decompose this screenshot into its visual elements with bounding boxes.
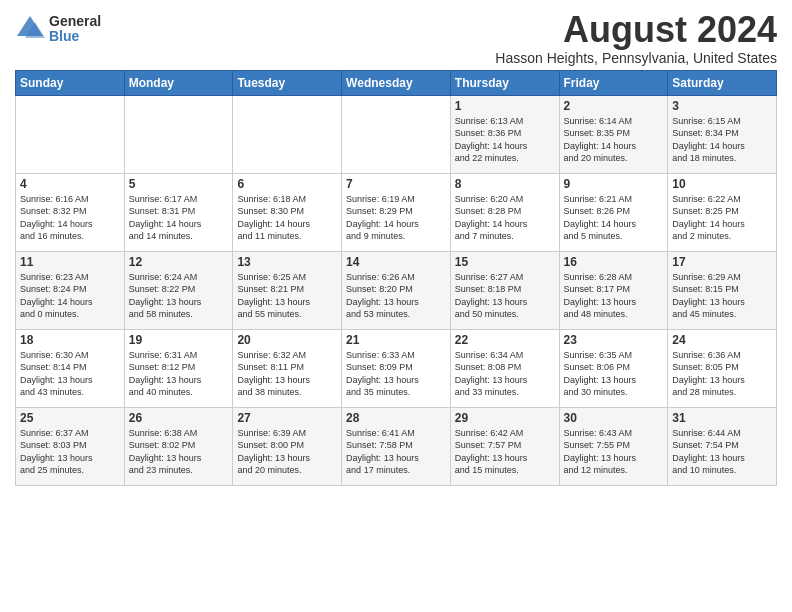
calendar-cell <box>342 95 451 173</box>
calendar-cell: 19Sunrise: 6:31 AM Sunset: 8:12 PM Dayli… <box>124 329 233 407</box>
day-number: 23 <box>564 333 664 347</box>
calendar-cell: 30Sunrise: 6:43 AM Sunset: 7:55 PM Dayli… <box>559 407 668 485</box>
day-number: 6 <box>237 177 337 191</box>
day-info: Sunrise: 6:16 AM Sunset: 8:32 PM Dayligh… <box>20 193 120 243</box>
day-info: Sunrise: 6:44 AM Sunset: 7:54 PM Dayligh… <box>672 427 772 477</box>
calendar-cell: 5Sunrise: 6:17 AM Sunset: 8:31 PM Daylig… <box>124 173 233 251</box>
calendar-cell: 26Sunrise: 6:38 AM Sunset: 8:02 PM Dayli… <box>124 407 233 485</box>
day-number: 1 <box>455 99 555 113</box>
calendar-header: Sunday Monday Tuesday Wednesday Thursday… <box>16 70 777 95</box>
day-number: 19 <box>129 333 229 347</box>
calendar-cell: 15Sunrise: 6:27 AM Sunset: 8:18 PM Dayli… <box>450 251 559 329</box>
day-number: 30 <box>564 411 664 425</box>
calendar-week-3: 11Sunrise: 6:23 AM Sunset: 8:24 PM Dayli… <box>16 251 777 329</box>
day-number: 5 <box>129 177 229 191</box>
calendar-cell: 8Sunrise: 6:20 AM Sunset: 8:28 PM Daylig… <box>450 173 559 251</box>
col-saturday: Saturday <box>668 70 777 95</box>
day-number: 20 <box>237 333 337 347</box>
day-number: 27 <box>237 411 337 425</box>
calendar-cell: 18Sunrise: 6:30 AM Sunset: 8:14 PM Dayli… <box>16 329 125 407</box>
calendar-cell: 27Sunrise: 6:39 AM Sunset: 8:00 PM Dayli… <box>233 407 342 485</box>
day-info: Sunrise: 6:23 AM Sunset: 8:24 PM Dayligh… <box>20 271 120 321</box>
col-wednesday: Wednesday <box>342 70 451 95</box>
day-info: Sunrise: 6:39 AM Sunset: 8:00 PM Dayligh… <box>237 427 337 477</box>
calendar-cell <box>233 95 342 173</box>
day-number: 3 <box>672 99 772 113</box>
day-number: 22 <box>455 333 555 347</box>
day-number: 14 <box>346 255 446 269</box>
calendar-cell: 17Sunrise: 6:29 AM Sunset: 8:15 PM Dayli… <box>668 251 777 329</box>
day-info: Sunrise: 6:28 AM Sunset: 8:17 PM Dayligh… <box>564 271 664 321</box>
day-info: Sunrise: 6:37 AM Sunset: 8:03 PM Dayligh… <box>20 427 120 477</box>
subtitle: Hasson Heights, Pennsylvania, United Sta… <box>495 50 777 66</box>
calendar-cell: 25Sunrise: 6:37 AM Sunset: 8:03 PM Dayli… <box>16 407 125 485</box>
calendar-cell: 2Sunrise: 6:14 AM Sunset: 8:35 PM Daylig… <box>559 95 668 173</box>
calendar-body: 1Sunrise: 6:13 AM Sunset: 8:36 PM Daylig… <box>16 95 777 485</box>
logo-blue-text: Blue <box>49 29 101 44</box>
day-number: 12 <box>129 255 229 269</box>
day-info: Sunrise: 6:27 AM Sunset: 8:18 PM Dayligh… <box>455 271 555 321</box>
calendar-container: General Blue August 2024 Hasson Heights,… <box>0 0 792 491</box>
day-number: 29 <box>455 411 555 425</box>
calendar-cell: 23Sunrise: 6:35 AM Sunset: 8:06 PM Dayli… <box>559 329 668 407</box>
calendar-cell: 22Sunrise: 6:34 AM Sunset: 8:08 PM Dayli… <box>450 329 559 407</box>
logo-text: General Blue <box>49 14 101 45</box>
day-number: 26 <box>129 411 229 425</box>
day-number: 2 <box>564 99 664 113</box>
calendar-cell: 7Sunrise: 6:19 AM Sunset: 8:29 PM Daylig… <box>342 173 451 251</box>
day-info: Sunrise: 6:25 AM Sunset: 8:21 PM Dayligh… <box>237 271 337 321</box>
day-info: Sunrise: 6:30 AM Sunset: 8:14 PM Dayligh… <box>20 349 120 399</box>
day-info: Sunrise: 6:33 AM Sunset: 8:09 PM Dayligh… <box>346 349 446 399</box>
day-info: Sunrise: 6:18 AM Sunset: 8:30 PM Dayligh… <box>237 193 337 243</box>
day-number: 11 <box>20 255 120 269</box>
day-info: Sunrise: 6:14 AM Sunset: 8:35 PM Dayligh… <box>564 115 664 165</box>
calendar-cell: 31Sunrise: 6:44 AM Sunset: 7:54 PM Dayli… <box>668 407 777 485</box>
day-info: Sunrise: 6:13 AM Sunset: 8:36 PM Dayligh… <box>455 115 555 165</box>
calendar-cell: 9Sunrise: 6:21 AM Sunset: 8:26 PM Daylig… <box>559 173 668 251</box>
calendar-cell: 13Sunrise: 6:25 AM Sunset: 8:21 PM Dayli… <box>233 251 342 329</box>
calendar-cell: 20Sunrise: 6:32 AM Sunset: 8:11 PM Dayli… <box>233 329 342 407</box>
day-info: Sunrise: 6:15 AM Sunset: 8:34 PM Dayligh… <box>672 115 772 165</box>
day-info: Sunrise: 6:43 AM Sunset: 7:55 PM Dayligh… <box>564 427 664 477</box>
day-info: Sunrise: 6:34 AM Sunset: 8:08 PM Dayligh… <box>455 349 555 399</box>
day-info: Sunrise: 6:41 AM Sunset: 7:58 PM Dayligh… <box>346 427 446 477</box>
day-info: Sunrise: 6:19 AM Sunset: 8:29 PM Dayligh… <box>346 193 446 243</box>
day-info: Sunrise: 6:42 AM Sunset: 7:57 PM Dayligh… <box>455 427 555 477</box>
day-number: 17 <box>672 255 772 269</box>
day-info: Sunrise: 6:26 AM Sunset: 8:20 PM Dayligh… <box>346 271 446 321</box>
logo: General Blue <box>15 14 101 45</box>
day-info: Sunrise: 6:31 AM Sunset: 8:12 PM Dayligh… <box>129 349 229 399</box>
calendar-cell: 3Sunrise: 6:15 AM Sunset: 8:34 PM Daylig… <box>668 95 777 173</box>
col-tuesday: Tuesday <box>233 70 342 95</box>
header: General Blue August 2024 Hasson Heights,… <box>15 10 777 66</box>
calendar-week-5: 25Sunrise: 6:37 AM Sunset: 8:03 PM Dayli… <box>16 407 777 485</box>
day-info: Sunrise: 6:29 AM Sunset: 8:15 PM Dayligh… <box>672 271 772 321</box>
calendar-cell <box>124 95 233 173</box>
calendar-cell: 29Sunrise: 6:42 AM Sunset: 7:57 PM Dayli… <box>450 407 559 485</box>
calendar-cell: 28Sunrise: 6:41 AM Sunset: 7:58 PM Dayli… <box>342 407 451 485</box>
day-info: Sunrise: 6:22 AM Sunset: 8:25 PM Dayligh… <box>672 193 772 243</box>
header-row: Sunday Monday Tuesday Wednesday Thursday… <box>16 70 777 95</box>
calendar-cell: 1Sunrise: 6:13 AM Sunset: 8:36 PM Daylig… <box>450 95 559 173</box>
day-number: 10 <box>672 177 772 191</box>
day-number: 16 <box>564 255 664 269</box>
calendar-cell: 6Sunrise: 6:18 AM Sunset: 8:30 PM Daylig… <box>233 173 342 251</box>
day-info: Sunrise: 6:17 AM Sunset: 8:31 PM Dayligh… <box>129 193 229 243</box>
day-info: Sunrise: 6:24 AM Sunset: 8:22 PM Dayligh… <box>129 271 229 321</box>
day-info: Sunrise: 6:32 AM Sunset: 8:11 PM Dayligh… <box>237 349 337 399</box>
col-monday: Monday <box>124 70 233 95</box>
day-number: 25 <box>20 411 120 425</box>
calendar-cell: 21Sunrise: 6:33 AM Sunset: 8:09 PM Dayli… <box>342 329 451 407</box>
calendar-cell <box>16 95 125 173</box>
calendar-week-1: 1Sunrise: 6:13 AM Sunset: 8:36 PM Daylig… <box>16 95 777 173</box>
day-number: 18 <box>20 333 120 347</box>
day-info: Sunrise: 6:21 AM Sunset: 8:26 PM Dayligh… <box>564 193 664 243</box>
calendar-cell: 24Sunrise: 6:36 AM Sunset: 8:05 PM Dayli… <box>668 329 777 407</box>
calendar-cell: 16Sunrise: 6:28 AM Sunset: 8:17 PM Dayli… <box>559 251 668 329</box>
day-info: Sunrise: 6:20 AM Sunset: 8:28 PM Dayligh… <box>455 193 555 243</box>
title-block: August 2024 Hasson Heights, Pennsylvania… <box>495 10 777 66</box>
calendar-table: Sunday Monday Tuesday Wednesday Thursday… <box>15 70 777 486</box>
day-number: 28 <box>346 411 446 425</box>
day-number: 31 <box>672 411 772 425</box>
day-info: Sunrise: 6:35 AM Sunset: 8:06 PM Dayligh… <box>564 349 664 399</box>
